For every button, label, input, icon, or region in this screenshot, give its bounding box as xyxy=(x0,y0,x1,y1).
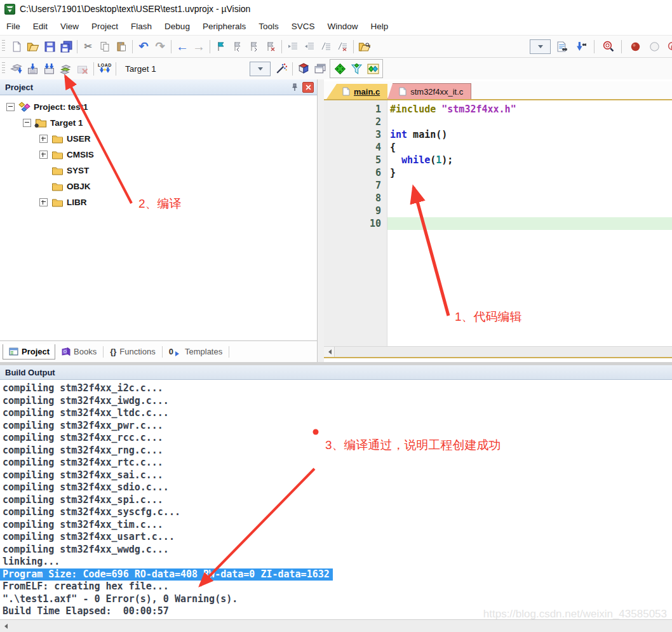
menu-debug[interactable]: Debug xyxy=(158,19,196,34)
tree-item-cmsis[interactable]: CMSIS xyxy=(0,147,317,163)
menu-edit[interactable]: Edit xyxy=(27,19,54,34)
editor-horizontal-scrollbar[interactable] xyxy=(324,346,672,358)
scroll-left-icon[interactable] xyxy=(0,620,10,632)
build-output-line: compiling stm32f4xx_usart.c... xyxy=(3,531,672,544)
download-to-flash-icon[interactable]: LOAD xyxy=(97,60,113,77)
close-icon[interactable] xyxy=(302,82,314,93)
uncomment-selection-icon[interactable] xyxy=(334,38,351,55)
bookmark-previous-icon[interactable] xyxy=(229,38,246,55)
pin-icon[interactable] xyxy=(290,83,300,92)
breakpoint-disable-icon[interactable] xyxy=(646,38,662,55)
outdent-icon[interactable] xyxy=(301,38,318,55)
copy-icon[interactable] xyxy=(97,38,113,55)
project-tab-icon xyxy=(8,347,18,356)
undo-icon[interactable]: ↶ xyxy=(135,38,152,55)
toolbar-grip[interactable] xyxy=(2,62,5,75)
menu-help[interactable]: Help xyxy=(365,19,395,34)
navigate-back-icon[interactable]: ← xyxy=(174,38,191,55)
build-icon[interactable] xyxy=(25,60,41,77)
bookmark-next-icon[interactable] xyxy=(246,38,262,55)
breakpoint-kill-all-icon[interactable] xyxy=(665,38,672,55)
find-in-files-folder-icon[interactable] xyxy=(356,38,373,55)
uvision-window: C:\Users\71901\Desktop\text\USER\test1.u… xyxy=(0,0,672,632)
menu-view[interactable]: View xyxy=(54,19,85,34)
pack-installer-icon[interactable] xyxy=(365,60,381,77)
build-output-scrollbar[interactable] xyxy=(0,619,672,632)
expand-icon[interactable] xyxy=(39,135,48,143)
code-line xyxy=(390,205,672,217)
file-toolbar: ✂ ↶ ↷ ← → xyxy=(0,36,672,58)
search-scope-combo[interactable] xyxy=(530,39,551,54)
build-output-line: linking... xyxy=(3,556,672,568)
tree-item-syst[interactable]: SYST xyxy=(0,163,317,178)
find-symbol-icon[interactable] xyxy=(600,38,616,55)
menu-flash[interactable]: Flash xyxy=(124,19,158,34)
code-line: #include "stm32f4xx.h" xyxy=(390,103,672,116)
run-time-environment-icon[interactable] xyxy=(332,60,348,77)
collapse-icon[interactable] xyxy=(23,119,31,127)
batch-build-icon[interactable] xyxy=(58,60,74,77)
find-in-files-icon[interactable] xyxy=(553,38,570,55)
annotation-step2: 2、编译 xyxy=(138,196,182,212)
tree-item-objk[interactable]: OBJK xyxy=(0,178,317,194)
navigate-forward-icon[interactable]: → xyxy=(191,38,207,55)
redo-icon[interactable]: ↷ xyxy=(152,38,168,55)
comment-selection-icon[interactable] xyxy=(318,38,334,55)
tab-project[interactable]: Project xyxy=(3,344,55,360)
build-output-log[interactable]: compiling stm32f4xx_i2c.c... compiling s… xyxy=(0,380,672,622)
menu-window[interactable]: Window xyxy=(321,19,364,34)
menu-project[interactable]: Project xyxy=(85,19,124,34)
tree-item-project-root[interactable]: Project: test1 xyxy=(0,99,317,115)
folder-icon xyxy=(51,150,64,160)
document-icon xyxy=(342,87,350,97)
menu-tools[interactable]: Tools xyxy=(252,19,285,34)
scroll-left-icon[interactable] xyxy=(324,347,335,357)
code-line: } xyxy=(390,166,672,179)
tab-templates[interactable]: 0 Templates xyxy=(164,344,227,359)
build-output-line: compiling stm32f4xx_iwdg.c... xyxy=(3,395,672,408)
tab-main-c[interactable]: main.c xyxy=(326,84,387,99)
code-line: while(1); xyxy=(390,154,672,166)
manage-components-icon[interactable] xyxy=(295,60,312,77)
expand-icon[interactable] xyxy=(39,198,48,206)
cut-icon[interactable]: ✂ xyxy=(80,38,97,55)
current-line-highlight xyxy=(387,217,672,230)
stop-build-icon[interactable] xyxy=(74,60,91,77)
tab-functions[interactable]: {} Functions xyxy=(105,344,161,359)
tab-label: Books xyxy=(74,347,97,356)
target-select[interactable]: Target 1 xyxy=(119,64,206,74)
target-select-arrow[interactable] xyxy=(250,62,271,76)
menu-svcs[interactable]: SVCS xyxy=(285,19,321,34)
save-all-icon[interactable] xyxy=(58,38,74,55)
project-tree[interactable]: Project: test1 Target 1 USER CMSIS xyxy=(0,95,317,341)
translate-icon[interactable] xyxy=(8,60,25,77)
build-output-title: Build Output xyxy=(5,368,55,377)
template-arrow-icon xyxy=(175,351,182,356)
menu-peripherals[interactable]: Peripherals xyxy=(196,19,252,34)
open-file-icon[interactable] xyxy=(25,38,41,55)
tree-item-user[interactable]: USER xyxy=(0,131,317,147)
tab-stm32f4xx-it-c[interactable]: stm32f4xx_it.c xyxy=(387,83,471,99)
select-software-packs-icon[interactable] xyxy=(348,60,365,77)
incremental-find-icon[interactable] xyxy=(572,38,589,55)
options-for-target-icon[interactable] xyxy=(273,60,290,77)
indent-icon[interactable] xyxy=(285,38,301,55)
expand-icon[interactable] xyxy=(39,151,48,159)
manage-windows-icon[interactable] xyxy=(312,60,328,77)
menu-file[interactable]: File xyxy=(0,19,27,34)
annotation-step3: 3、编译通过，说明工程创建成功 xyxy=(325,437,501,454)
tree-item-label: Project: test1 xyxy=(34,102,88,112)
code-text[interactable]: #include "stm32f4xx.h" int main() { whil… xyxy=(387,100,672,346)
collapse-icon[interactable] xyxy=(6,103,15,111)
new-file-icon[interactable] xyxy=(8,38,25,55)
tree-item-target[interactable]: Target 1 xyxy=(0,115,317,131)
tab-books[interactable]: Books xyxy=(55,344,102,359)
save-icon[interactable] xyxy=(41,38,58,55)
bookmark-toggle-icon[interactable] xyxy=(213,38,229,55)
bookmark-clear-all-icon[interactable] xyxy=(262,38,279,55)
workspace-tabs: Project Books {} Functions 0 Templates xyxy=(0,340,317,362)
rebuild-all-icon[interactable] xyxy=(41,60,58,77)
breakpoint-insert-icon[interactable] xyxy=(627,38,643,55)
toolbar-grip[interactable] xyxy=(2,40,5,53)
paste-icon[interactable] xyxy=(113,38,130,55)
